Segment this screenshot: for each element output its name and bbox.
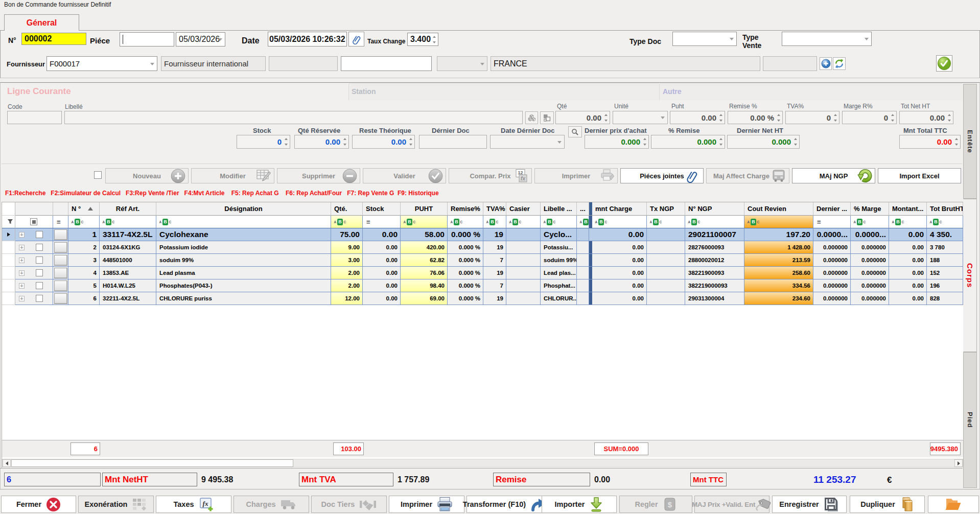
comparer-prix-button[interactable]: Compar. Prix 12 fx (449, 168, 532, 183)
cell-stock-row-6[interactable]: 0.00 (363, 292, 401, 305)
cell-remise-row-4[interactable]: 0.000 % (448, 267, 483, 279)
cell-montant-row-6[interactable]: 0.00 (889, 292, 927, 305)
cell-dots-row-4[interactable] (577, 267, 589, 279)
filter-cell-tot[interactable]: ABC (927, 216, 963, 228)
cell-montant-row-5[interactable]: 0.00 (889, 279, 927, 292)
col-header-libelle[interactable]: Libelle ... (541, 202, 577, 216)
cell-casier-row-1[interactable] (506, 228, 541, 241)
cell-marge-row-2[interactable]: 0.000000 (851, 241, 889, 254)
row-edit-button[interactable] (54, 281, 67, 291)
col-header-cout[interactable]: Cout Revien (744, 202, 813, 216)
cell-ngp-row-1[interactable]: 29021100007 (685, 228, 744, 241)
pieces-jointes-button[interactable]: Piéces jointes (620, 168, 704, 183)
related-items-button[interactable] (540, 111, 554, 124)
side-tab-pied[interactable]: Pied (963, 352, 977, 488)
spinner-arrows[interactable] (641, 136, 648, 148)
cell-mnt-row-3[interactable]: 0.00 (592, 254, 647, 267)
fournisseur-combo[interactable]: F000017 (46, 56, 157, 71)
col-header-n[interactable]: N ° (68, 202, 100, 216)
cell-casier-row-3[interactable] (506, 254, 541, 267)
cell-des-row-1[interactable]: Cyclohexane (156, 228, 331, 241)
station-group-tab[interactable] (348, 83, 659, 100)
maj-ngp-button[interactable]: MAj NGP (792, 168, 875, 183)
tva-spinner[interactable]: 0 (785, 111, 839, 124)
filter-cell-tx[interactable]: ABC (647, 216, 685, 228)
cell-montant-row-2[interactable]: 0.00 (889, 241, 927, 254)
cell-n-row-5[interactable]: 5 (68, 279, 100, 292)
col-header-marge[interactable]: % Marge (851, 202, 889, 216)
cell-montant-row-4[interactable]: 0.00 (889, 267, 927, 279)
dernier-doc-field[interactable] (419, 135, 487, 149)
importer-toolbar-button[interactable]: Importer (542, 496, 617, 513)
filter-cell-ind[interactable] (2, 216, 15, 228)
cell-tot-row-5[interactable]: 196 (927, 279, 963, 292)
filter-cell-montant[interactable]: ABC (889, 216, 927, 228)
mnt-total-ttc-spinner[interactable]: 0.00 (899, 135, 961, 149)
regler-toolbar-button[interactable]: Regler$ (619, 496, 692, 513)
date-input[interactable]: 05/03/2026 10:26:32 (268, 32, 347, 46)
cell-dernier-row-6[interactable]: 0.000000 (813, 292, 851, 305)
dernier-net-ht-spinner[interactable]: 0.000 (727, 135, 800, 149)
refresh-button[interactable] (833, 57, 846, 70)
cell-stock-row-5[interactable]: 0.00 (363, 279, 401, 292)
cell-dots-row-5[interactable] (577, 279, 589, 292)
row-edit-button[interactable] (54, 293, 67, 304)
col-header-montant[interactable]: Montant... (889, 202, 927, 216)
cell-mnt-row-4[interactable]: 0.00 (592, 267, 647, 279)
cell-ind-row-2[interactable] (2, 241, 15, 254)
cell-ngp-row-3[interactable]: 28800020012 (685, 254, 744, 267)
cell-ref-row-1[interactable]: 33117-4X2.5L (100, 228, 156, 241)
cell-ind-row-6[interactable] (2, 292, 15, 305)
col-header-qte[interactable]: Qté. (331, 202, 363, 216)
grid-row-1[interactable]: +133117-4X2.5LCyclohexane75.000.0058.000… (2, 228, 964, 241)
reste-theorique-spinner[interactable]: 0.00 (352, 135, 415, 149)
cell-qte-row-3[interactable]: 3.00 (331, 254, 363, 267)
cell-ref-row-3[interactable]: 448501000 (100, 254, 156, 267)
row-checkbox[interactable] (36, 244, 43, 251)
cell-mnt-row-5[interactable]: 0.00 (592, 279, 647, 292)
cell-marge-row-5[interactable]: 0.000000 (851, 279, 889, 292)
grid-row-3[interactable]: +3448501000soduim 99%3.000.0062.820.000 … (2, 254, 964, 267)
cell-casier-row-4[interactable] (506, 267, 541, 279)
row-checkbox[interactable] (36, 282, 43, 289)
filter-cell-stock[interactable]: = (363, 216, 401, 228)
col-header-tx[interactable]: Tx NGP (647, 202, 685, 216)
cell-dots-row-6[interactable] (577, 292, 589, 305)
cell-des-row-2[interactable]: Potassium iodide (156, 241, 331, 254)
cell-tx-row-3[interactable] (647, 254, 685, 267)
cell-tva-row-3[interactable]: 7 (483, 254, 506, 267)
imprimer-toolbar-button[interactable]: Imprimer (389, 496, 464, 513)
cell-ngp-row-2[interactable]: 28276000093 (685, 241, 744, 254)
cell-libelle-row-4[interactable]: Lead plas... (541, 267, 577, 279)
cell-marge-row-1[interactable]: 0.0000... (851, 228, 889, 241)
dupliquer-toolbar-button[interactable]: Dupliquer (850, 496, 925, 513)
cell-ref-row-5[interactable]: H014.W.L25 (100, 279, 156, 292)
cell-montant-row-1[interactable]: 0.00 (889, 228, 927, 241)
col-header-des[interactable]: Désignation (156, 202, 331, 216)
cell-des-row-5[interactable]: Phosphates(P043-) (156, 279, 331, 292)
cell-stock-row-3[interactable]: 0.00 (363, 254, 401, 267)
cell-cout-row-6[interactable]: 234.60 (744, 292, 813, 305)
cell-ngp-row-4[interactable]: 38221900093 (685, 267, 744, 279)
cell-ref-row-4[interactable]: 13853.AE (100, 267, 156, 279)
cell-qte-row-1[interactable]: 75.00 (331, 228, 363, 241)
filter-cell-n[interactable]: ABC (68, 216, 100, 228)
cell-des-row-4[interactable]: Lead plasma (156, 267, 331, 279)
cell-dots-row-3[interactable] (577, 254, 589, 267)
cell-tot-row-1[interactable]: 4 350. (927, 228, 963, 241)
cell-mnt-row-2[interactable]: 0.00 (592, 241, 647, 254)
type-doc-combo[interactable] (672, 32, 737, 46)
taux-change-spinner[interactable]: 3.400 (407, 33, 438, 46)
cell-cout-row-1[interactable]: 197.20 (744, 228, 813, 241)
expand-row-icon[interactable]: + (19, 232, 25, 238)
row-edit-button[interactable] (54, 255, 67, 266)
side-tab-corps[interactable]: Corps (963, 199, 977, 352)
cell-remise-row-5[interactable]: 0.000 % (448, 279, 483, 292)
spinner-arrows[interactable] (775, 112, 782, 123)
row-checkbox[interactable] (36, 269, 43, 276)
cell-stock-row-1[interactable]: 0.00 (363, 228, 401, 241)
spinner-arrows[interactable] (832, 112, 838, 123)
cell-btn-row-4[interactable] (53, 267, 68, 279)
filter-cell-marge[interactable]: ABC (851, 216, 889, 228)
cell-remise-row-2[interactable]: 0.000 % (448, 241, 483, 254)
